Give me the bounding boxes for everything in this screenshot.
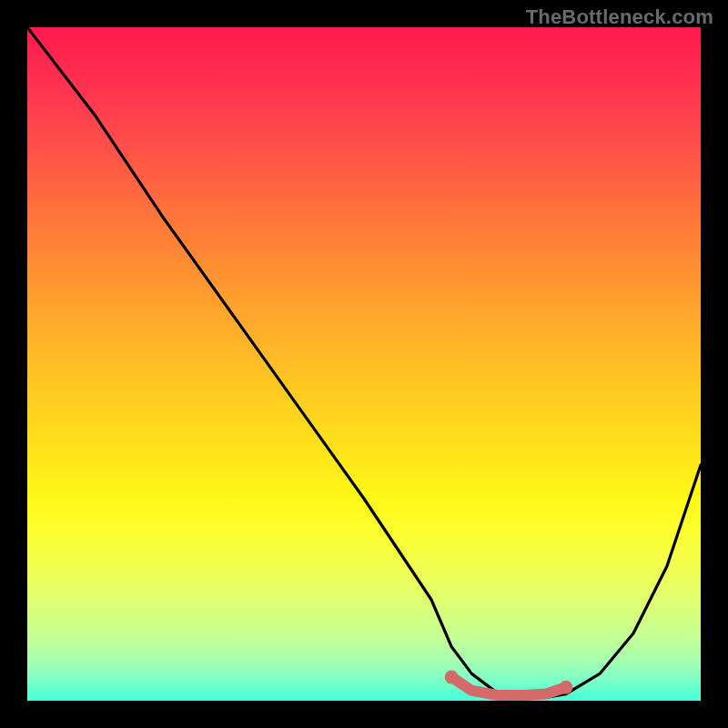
bottleneck-curve	[27, 27, 701, 697]
optimal-range-highlight	[451, 677, 566, 695]
highlight-endpoint	[445, 671, 459, 684]
plot-area	[27, 27, 701, 701]
chart-frame: TheBottleneck.com	[0, 0, 728, 728]
highlight-endpoint	[560, 681, 573, 694]
chart-svg	[27, 27, 701, 701]
attribution-label: TheBottleneck.com	[526, 5, 713, 29]
